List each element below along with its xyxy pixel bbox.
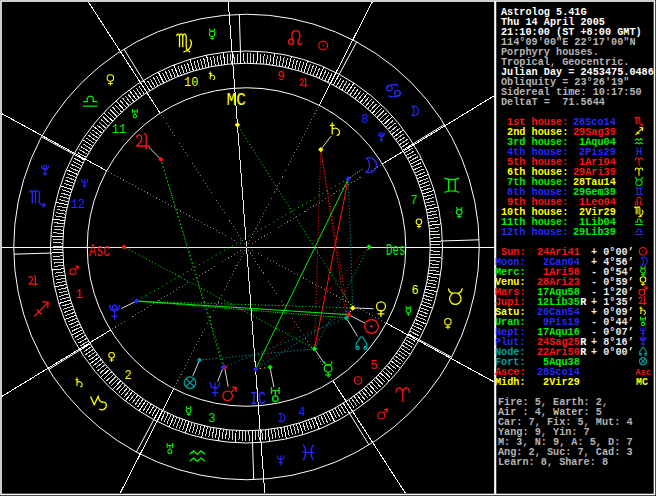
svg-text:Learn: 8, Share: 8: Learn: 8, Share: 8 [498,457,608,468]
svg-text:Midh:: Midh: [495,377,526,388]
svg-text:29Lib39: 29Lib39 [573,227,616,238]
svg-text:7: 7 [410,194,417,208]
svg-text:9: 9 [277,70,284,84]
svg-text:2Vir29: 2Vir29 [537,377,580,388]
svg-text:3: 3 [208,412,215,426]
svg-text:2: 2 [125,369,132,383]
svg-text:5: 5 [370,359,377,373]
svg-text:8: 8 [361,113,368,127]
svg-text:1: 1 [75,288,82,302]
svg-text:4: 4 [298,406,305,420]
svg-text:R: R [580,297,587,308]
svg-text:MC: MC [227,90,247,111]
svg-text:+ 0°00’: + 0°00’ [591,347,634,358]
svg-text:DeltaT = 71.5644: DeltaT = 71.5644 [501,97,605,108]
svg-text:R: R [580,347,587,358]
svg-text:Asc: Asc [89,241,111,261]
svg-text:12th house:: 12th house: [501,227,568,238]
svg-text:10: 10 [184,76,198,90]
svg-text:6: 6 [412,284,419,298]
svg-text:11: 11 [112,123,126,137]
svg-text:Des: Des [386,241,406,260]
svg-text:12: 12 [71,198,85,212]
svg-text:MC: MC [636,377,648,388]
svg-text:IC: IC [250,388,266,410]
